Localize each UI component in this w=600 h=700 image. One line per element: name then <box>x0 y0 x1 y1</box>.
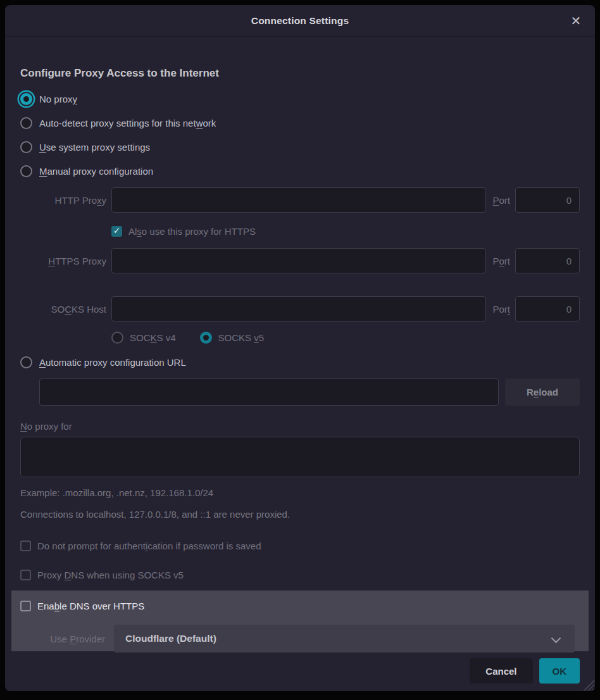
enable-doh-row[interactable]: Enable DNS over HTTPS <box>20 599 580 613</box>
label-accesskey: A <box>39 357 46 368</box>
ok-button[interactable]: OK <box>539 658 580 684</box>
localhost-note-text: Connections to localhost, 127.0.0.1/8, a… <box>20 508 580 522</box>
radio-row-autoconfig[interactable]: Automatic proxy configuration URL <box>20 354 580 370</box>
label-post: ort <box>499 195 510 206</box>
label-pre: P <box>492 256 499 266</box>
label-post: se system proxy settings <box>46 142 150 153</box>
also-https-row[interactable]: ✓ Also use this proxy for HTTPS <box>111 224 580 238</box>
radio-auto-detect[interactable] <box>20 117 32 129</box>
socks-port-input[interactable] <box>515 296 580 322</box>
close-icon: ✕ <box>571 13 582 28</box>
autoconfig-url-row: Reload <box>39 378 580 406</box>
no-prompt-auth-row[interactable]: Do not prompt for authentication if pass… <box>20 539 580 553</box>
reload-button-label: Reload <box>527 387 558 397</box>
label-accesskey: w <box>196 118 203 128</box>
socks-version-row: SOCKS v4 SOCKS v5 <box>111 330 580 344</box>
label-post: TTPS Proxy <box>55 256 106 266</box>
label-accesskey: s <box>137 226 142 237</box>
radio-socks-v5-label: SOCKS v5 <box>218 332 265 343</box>
label-accesskey: U <box>39 142 46 153</box>
cancel-button[interactable]: Cancel <box>470 658 532 684</box>
radio-row-auto-detect[interactable]: Auto-detect proxy settings for this netw… <box>20 115 580 130</box>
label-accesskey: P <box>492 195 499 206</box>
radio-socks-v4-label: SOCKS v4 <box>130 332 176 343</box>
radio-autoconfig-label: Automatic proxy configuration URL <box>39 357 186 368</box>
socks-host-row: SOCKS Host Port <box>20 296 580 322</box>
proxy-dns-row[interactable]: Proxy DNS when using SOCKS v5 <box>20 568 580 582</box>
checkmark-icon: ✓ <box>113 226 121 234</box>
chevron-down-icon <box>551 634 561 644</box>
label-post: le DNS over HTTPS <box>59 601 144 611</box>
label-pre: HTTP Pro <box>55 195 97 206</box>
label-pre: Auto-detect proxy settings for this net <box>39 118 196 128</box>
also-https-label: Also use this proxy for HTTPS <box>128 226 256 237</box>
http-proxy-row: HTTP Proxy Port <box>20 187 580 213</box>
radio-system-proxy[interactable] <box>20 141 32 153</box>
dns-over-https-panel: Enable DNS over HTTPS Use Provider Cloud… <box>11 591 589 651</box>
proxy-dns-label: Proxy DNS when using SOCKS v5 <box>37 570 184 580</box>
label-post: anual proxy configuration <box>47 166 154 177</box>
label-accesskey: K <box>151 332 157 343</box>
dialog-titlebar: Connection Settings ✕ <box>5 5 595 37</box>
radio-socks-v4[interactable] <box>111 332 123 344</box>
radio-no-proxy[interactable] <box>20 93 32 105</box>
doh-provider-label: Use Provider <box>29 634 105 644</box>
section-heading: Configure Proxy Access to the Internet <box>20 67 580 80</box>
label-accesskey: P <box>70 634 76 644</box>
close-button[interactable]: ✕ <box>567 12 585 30</box>
label-post: KS Host <box>72 304 106 315</box>
label-accesskey: b <box>54 601 59 611</box>
socks-host-label: SOCKS Host <box>20 304 106 315</box>
http-proxy-input[interactable] <box>111 187 486 213</box>
radio-autoconfig[interactable] <box>20 356 32 368</box>
https-proxy-row: HTTPS Proxy Port <box>20 248 580 273</box>
also-https-checkbox[interactable]: ✓ <box>111 226 122 237</box>
label-post: rovider <box>76 634 105 644</box>
radio-system-proxy-label: Use system proxy settings <box>39 142 150 153</box>
label-pre: SOC <box>130 332 151 343</box>
enable-doh-label: Enable DNS over HTTPS <box>37 601 144 611</box>
label-post: rt <box>504 256 510 266</box>
label-accesskey: v <box>254 332 259 343</box>
no-prompt-auth-checkbox[interactable] <box>20 541 31 551</box>
radio-socks-v5[interactable] <box>200 332 212 344</box>
no-prompt-auth-label: Do not prompt for authentication if pass… <box>37 541 261 551</box>
label-pre: Por <box>492 304 507 315</box>
https-proxy-input[interactable] <box>111 248 486 273</box>
no-proxy-for-label: No proxy for <box>20 421 580 432</box>
label-pre: Al <box>128 226 137 237</box>
label-pre: No prox <box>39 94 73 104</box>
http-proxy-label: HTTP Proxy <box>20 195 106 206</box>
label-accesskey: e <box>534 387 539 397</box>
radio-row-system-proxy[interactable]: Use system proxy settings <box>20 139 580 154</box>
connection-settings-dialog: Connection Settings ✕ Configure Proxy Ac… <box>5 5 595 691</box>
label-post: S v4 <box>157 332 176 343</box>
label-post: y <box>102 195 107 206</box>
no-proxy-for-textarea[interactable] <box>20 437 580 477</box>
dialog-footer: Cancel OK <box>20 658 580 684</box>
label-pre: SOCKS <box>218 332 254 343</box>
reload-button[interactable]: Reload <box>505 378 580 406</box>
radio-row-no-proxy[interactable]: No proxy <box>20 91 580 106</box>
radio-manual-proxy[interactable] <box>20 165 32 177</box>
enable-doh-checkbox[interactable] <box>20 601 31 611</box>
dialog-title: Connection Settings <box>251 15 349 27</box>
label-accesskey: o <box>499 256 504 266</box>
socks-port-label: Port <box>492 304 510 315</box>
radio-auto-detect-label: Auto-detect proxy settings for this netw… <box>39 118 216 128</box>
label-accesskey: y <box>73 94 78 104</box>
http-port-input[interactable] <box>515 187 580 213</box>
https-port-input[interactable] <box>515 248 580 273</box>
label-post: o use this proxy for HTTPS <box>142 226 256 237</box>
no-proxy-example-text: Example: .mozilla.org, .net.nz, 192.168.… <box>20 486 580 500</box>
label-post: cation if password is saved <box>147 541 261 551</box>
label-accesskey: H <box>48 256 55 266</box>
autoconfig-url-input[interactable] <box>39 378 499 406</box>
doh-provider-dropdown[interactable]: Cloudflare (Default) <box>114 625 575 653</box>
label-post: o proxy for <box>27 421 72 432</box>
label-post: ork <box>203 118 216 128</box>
proxy-dns-checkbox[interactable] <box>20 570 31 580</box>
label-post: load <box>539 387 558 397</box>
socks-host-input[interactable] <box>111 296 486 322</box>
radio-row-manual-proxy[interactable]: Manual proxy configuration <box>20 163 580 178</box>
